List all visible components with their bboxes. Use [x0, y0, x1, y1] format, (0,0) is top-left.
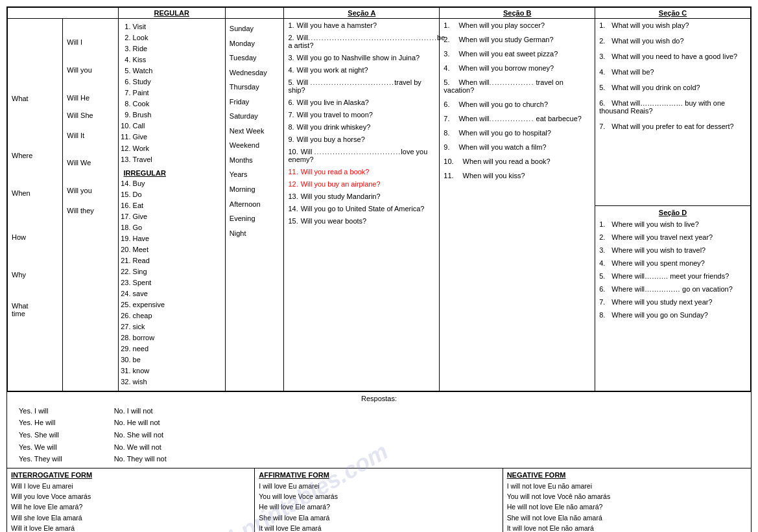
regular-header: REGULAR: [154, 9, 189, 17]
will-you-1: Will you: [67, 64, 113, 77]
sa-item-10: 10.Will ................................…: [288, 148, 435, 163]
int-row-4: Will she love Ela amará: [11, 513, 250, 523]
irregular-item-28: borrow: [133, 332, 221, 343]
regular-item-2: Look: [133, 32, 221, 43]
secao-a-header: Seção A: [348, 9, 375, 17]
irregular-item-19: Have: [133, 233, 221, 244]
irregular-item-31: know: [133, 365, 221, 376]
days-col: Sunday Monday Tuesday Wednesday Thursday…: [230, 21, 280, 240]
wh-spacer5: [12, 284, 58, 297]
wh-spacer1: [12, 108, 58, 146]
wh-where: Where: [12, 152, 58, 159]
will-it: Will It: [67, 129, 113, 143]
res-yes-4: Yes. We will: [19, 441, 62, 454]
regular-item-5: Watch: [133, 65, 221, 76]
will-i: Will I: [67, 36, 113, 49]
int-row-2: Will you love Voce amarás: [11, 491, 250, 502]
res-yes-1: Yes. I will: [19, 405, 62, 417]
day-saturday: Saturday: [230, 109, 280, 124]
negative-header: NEGATIVE FORM: [507, 471, 747, 479]
wh-words-col: What Where When How Why Whattime: [12, 92, 58, 318]
respostas-no-col: No. I will not No. He will not No. She w…: [114, 405, 167, 465]
sa-item-4: 4.Will you work at night?: [288, 66, 435, 74]
sb-item-11: 11.When will you kiss?: [444, 172, 591, 179]
day-wednesday: Wednesday: [230, 65, 280, 80]
page-container: ESLprintables.com REGULAR Seção A: [6, 6, 752, 532]
aff-row-5: It will love Ele amará: [259, 523, 498, 532]
res-no-3: No. She will not: [114, 429, 167, 441]
sb-item-5: 5.When will................. travel on v…: [444, 78, 591, 94]
will-words-col: Will I Will you Will He Will She Will It…: [67, 36, 113, 218]
aff-row-4: She will love Ela amará: [259, 513, 498, 523]
res-no-5: No. They will not: [114, 453, 167, 465]
secao-d-header: Seção D: [599, 209, 746, 216]
sa-item-5: 5.Will ................................t…: [288, 78, 435, 94]
irregular-item-26: cheap: [133, 310, 221, 321]
day-evening: Evening: [230, 211, 280, 226]
sc-item-4: 4.What will be?: [599, 68, 746, 76]
irregular-header: IRREGULAR: [124, 169, 221, 177]
res-yes-5: Yes. They will: [19, 453, 62, 465]
regular-verbs-col: Visit Look Ride Kiss Watch Study Paint C…: [123, 21, 221, 388]
affirmative-col: AFFIRMATIVE FORM I will love Eu amarei Y…: [255, 468, 503, 532]
irregular-item-23: Spent: [133, 277, 221, 288]
interrogative-col: INTERROGATIVE FORM Will I love Eu amarei…: [7, 468, 255, 532]
regular-item-4: Kiss: [133, 54, 221, 65]
sa-item-14: 14.Will you go to United State of Americ…: [288, 205, 435, 213]
wh-what: What: [12, 95, 58, 102]
will-we: Will We: [67, 156, 113, 170]
secao-b-header: Seção B: [503, 9, 531, 17]
irregular-item-29: need: [133, 343, 221, 354]
day-monday: Monday: [230, 36, 280, 51]
forms-section: INTERROGATIVE FORM Will I love Eu amarei…: [7, 468, 751, 532]
sb-item-2: 2.When will you study German?: [444, 36, 591, 43]
sc-item-1: 1.What will you wish play?: [599, 21, 746, 29]
res-no-4: No. We will not: [114, 441, 167, 454]
day-tuesday: Tuesday: [230, 51, 280, 65]
regular-item-3: Ride: [133, 43, 221, 54]
aff-row-1: I will love Eu amarei: [259, 481, 498, 491]
sd-item-3: 3.Where will you wish to travel?: [599, 246, 746, 254]
regular-list: Visit Look Ride Kiss Watch Study Paint C…: [133, 21, 221, 165]
sa-item-9: 9.Will you buy a horse?: [288, 135, 435, 143]
regular-item-6: Study: [133, 76, 221, 87]
regular-item-13: Travel: [133, 154, 221, 165]
sd-item-6: 6.Where will…………… go on vacation?: [599, 285, 746, 293]
regular-item-12: Work: [133, 143, 221, 154]
irregular-item-22: Sing: [133, 266, 221, 277]
secao-c-col: 1.What will you wish play? 2.What will y…: [599, 21, 746, 130]
irregular-item-27: sick: [133, 321, 221, 332]
irregular-item-30: be: [133, 354, 221, 365]
respostas-yes-col: Yes. I will Yes. He will Yes. She will Y…: [19, 405, 62, 465]
sa-item-7: 7.Will you travel to moon?: [288, 111, 435, 119]
res-yes-2: Yes. He will: [19, 417, 62, 429]
sb-item-8: 8.When will you go to hospital?: [444, 129, 591, 137]
day-morning: Morning: [230, 182, 280, 197]
sd-item-2: 2.Where will you travel next year?: [599, 233, 746, 241]
irregular-item-18: Go: [133, 222, 221, 233]
will-she: Will She: [67, 109, 113, 122]
irregular-item-24: save: [133, 288, 221, 299]
respostas-section: Respostas: Yes. I will Yes. He will Yes.…: [7, 391, 751, 468]
wh-spacer3: [12, 202, 58, 228]
sc-item-2: 2.What will you wish do?: [599, 37, 746, 45]
neg-row-5: It will love not Ele não amará: [507, 523, 747, 532]
sa-item-15: 15.Will you wear boots?: [288, 217, 435, 225]
sa-item-3: 3.Will you go to Nashville show in Juina…: [288, 54, 435, 62]
sa-item-1: 1.Will you have a hamster?: [288, 21, 435, 29]
wh-spacer2: [12, 165, 58, 184]
neg-row-4: She will not love Ela não amará: [507, 513, 747, 523]
irregular-item-17: Give: [133, 211, 221, 222]
regular-item-7: Paint: [133, 87, 221, 98]
sa-item-13: 13.Will you study Mandarin?: [288, 192, 435, 200]
sd-item-8: 8.Where will you go on Sunday?: [599, 311, 746, 319]
interrogative-header: INTERROGATIVE FORM: [11, 471, 250, 479]
sa-item-12: 12.Will you buy an airplane?: [288, 180, 435, 188]
regular-item-11: Give: [133, 132, 221, 143]
regular-item-1: Visit: [133, 21, 221, 32]
sd-item-4: 4.Where will you spent money?: [599, 259, 746, 267]
aff-row-3: He will love Ele amará?: [259, 502, 498, 512]
res-no-1: No. I will not: [114, 405, 167, 417]
sa-item-2: 2.Will..................................…: [288, 34, 435, 49]
day-afternoon: Afternoon: [230, 197, 280, 212]
